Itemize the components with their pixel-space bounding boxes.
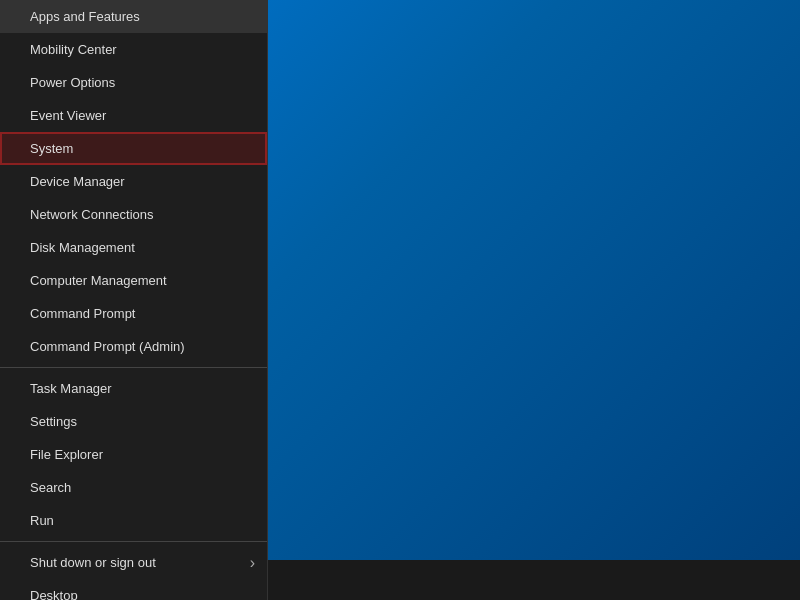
menu-item-run[interactable]: Run <box>0 504 267 537</box>
menu-item-command-prompt[interactable]: Command Prompt <box>0 297 267 330</box>
menu-divider <box>0 541 267 542</box>
menu-item-system[interactable]: System <box>0 132 267 165</box>
menu-item-file-explorer[interactable]: File Explorer <box>0 438 267 471</box>
menu-item-event-viewer[interactable]: Event Viewer <box>0 99 267 132</box>
desktop: Apps and FeaturesMobility CenterPower Op… <box>0 0 800 600</box>
menu-item-desktop[interactable]: Desktop <box>0 579 267 600</box>
menu-item-command-prompt-admin[interactable]: Command Prompt (Admin) <box>0 330 267 363</box>
menu-item-mobility-center[interactable]: Mobility Center <box>0 33 267 66</box>
menu-item-shut-down-sign-out[interactable]: Shut down or sign out <box>0 546 267 579</box>
menu-item-disk-management[interactable]: Disk Management <box>0 231 267 264</box>
menu-divider <box>0 367 267 368</box>
menu-item-search[interactable]: Search <box>0 471 267 504</box>
menu-item-network-connections[interactable]: Network Connections <box>0 198 267 231</box>
menu-item-apps-features[interactable]: Apps and Features <box>0 0 267 33</box>
menu-item-power-options[interactable]: Power Options <box>0 66 267 99</box>
menu-item-task-manager[interactable]: Task Manager <box>0 372 267 405</box>
menu-item-device-manager[interactable]: Device Manager <box>0 165 267 198</box>
menu-item-settings[interactable]: Settings <box>0 405 267 438</box>
menu-item-computer-management[interactable]: Computer Management <box>0 264 267 297</box>
context-menu: Apps and FeaturesMobility CenterPower Op… <box>0 0 268 600</box>
